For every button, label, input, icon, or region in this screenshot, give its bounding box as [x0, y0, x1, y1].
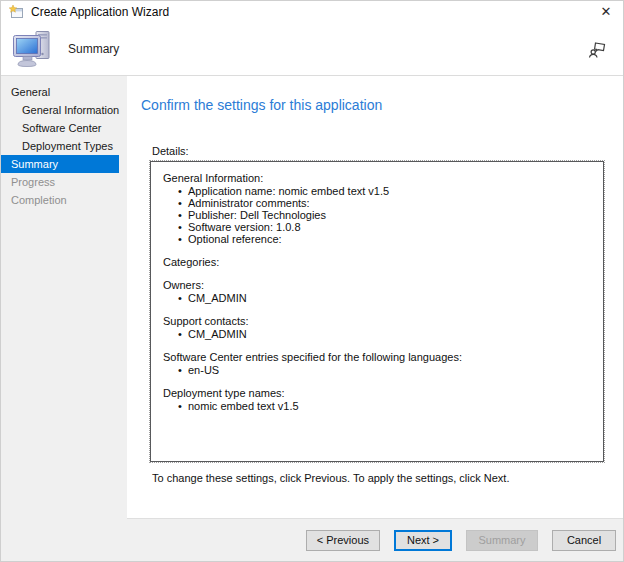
details-section-title: Deployment type names: — [163, 387, 591, 399]
close-button[interactable]: ✕ — [595, 2, 617, 22]
wizard-body: General General Information Software Cen… — [1, 76, 623, 561]
wizard-button[interactable]: Next > — [394, 530, 452, 551]
sidebar-nav-item[interactable]: General Information — [1, 101, 127, 119]
wizard-button: Summary — [466, 530, 538, 551]
wizard-button[interactable]: < Previous — [306, 530, 380, 551]
details-section: Support contacts: CM_ADMIN — [163, 315, 591, 340]
details-bullet-item: nomic embed text v1.5 — [178, 400, 591, 412]
details-label: Details: — [152, 145, 605, 157]
details-bullet-item: Optional reference: — [178, 233, 591, 245]
details-section-title: Owners: — [163, 279, 591, 291]
details-panel: General Information: Application name: n… — [149, 160, 605, 463]
details-bullet-item: en-US — [178, 364, 591, 376]
details-bullet-list: Application name: nomic embed text v1.5 … — [163, 185, 591, 245]
instruction-text: To change these settings, click Previous… — [152, 472, 605, 484]
details-section: Deployment type names: nomic embed text … — [163, 387, 591, 412]
wizard-main-pane: Confirm the settings for this applicatio… — [127, 76, 623, 561]
wizard-step-title: Summary — [68, 42, 119, 56]
details-bullet-item: Administrator comments: — [178, 197, 591, 209]
details-bullet-item: Application name: nomic embed text v1.5 — [178, 185, 591, 197]
computer-icon — [11, 30, 55, 68]
wizard-header: Summary — [1, 23, 623, 76]
details-bullet-list: nomic embed text v1.5 — [163, 400, 591, 412]
details-bullet-item: CM_ADMIN — [178, 328, 591, 340]
create-application-wizard-window: Create Application Wizard ✕ — [0, 0, 624, 562]
sidebar-nav-item[interactable]: Deployment Types — [1, 137, 127, 155]
sidebar-nav-item: Completion — [1, 191, 127, 209]
sidebar-nav-item: Progress — [1, 173, 127, 191]
details-bullet-item: Publisher: Dell Technologies — [178, 209, 591, 221]
details-section-title: General Information: — [163, 172, 591, 184]
sidebar-nav-item[interactable]: General — [1, 83, 127, 101]
button-bar: < Previous Next > Summary Cancel — [127, 518, 623, 561]
details-section: Categories: — [163, 256, 591, 268]
page-title: Confirm the settings for this applicatio… — [141, 97, 605, 113]
feedback-icon[interactable] — [588, 40, 607, 59]
details-section: General Information: Application name: n… — [163, 172, 591, 245]
details-bullet-list: en-US — [163, 364, 591, 376]
titlebar: Create Application Wizard ✕ — [1, 1, 623, 23]
window-title: Create Application Wizard — [31, 5, 169, 19]
details-bullet-list: CM_ADMIN — [163, 292, 591, 304]
details-section-title: Categories: — [163, 256, 591, 268]
sidebar-nav-item[interactable]: Summary — [1, 155, 119, 173]
details-bullet-list: CM_ADMIN — [163, 328, 591, 340]
details-section: Software Center entries specified for th… — [163, 351, 591, 376]
details-bullet-item: Software version: 1.0.8 — [178, 221, 591, 233]
wizard-window-icon — [9, 5, 24, 20]
summary-content: Confirm the settings for this applicatio… — [127, 76, 623, 518]
sidebar-nav-item[interactable]: Software Center — [1, 119, 127, 137]
details-text: General Information: Application name: n… — [150, 161, 604, 462]
details-section: Owners: CM_ADMIN — [163, 279, 591, 304]
wizard-nav-sidebar: General General Information Software Cen… — [1, 76, 127, 561]
details-section-title: Support contacts: — [163, 315, 591, 327]
details-bullet-item: CM_ADMIN — [178, 292, 591, 304]
wizard-button[interactable]: Cancel — [552, 530, 616, 551]
details-section-title: Software Center entries specified for th… — [163, 351, 591, 363]
